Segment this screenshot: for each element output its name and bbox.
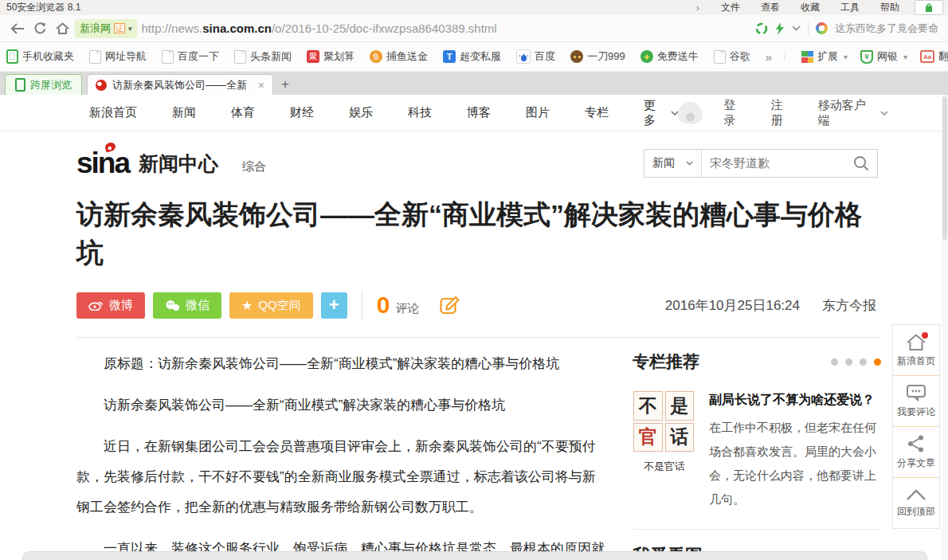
carousel-dot[interactable]	[845, 358, 852, 366]
refresh-button[interactable]	[29, 18, 51, 39]
publish-date: 2016年10月25日16:24	[665, 296, 800, 315]
vertical-scrollbar-thumb[interactable]	[942, 96, 947, 240]
carousel-dot-active[interactable]	[874, 358, 881, 366]
comment-icon	[905, 383, 927, 402]
sina-logo[interactable]: sina	[76, 150, 129, 177]
article-meta: 2016年10月25日16:24 东方今报	[665, 296, 876, 315]
mobile-client-link[interactable]: 移动客户端	[818, 98, 872, 128]
bookmarks-overflow-button[interactable]: »	[766, 50, 772, 64]
site-nav-item[interactable]: 图片	[526, 105, 550, 120]
horizontal-scrollbar[interactable]	[22, 551, 927, 560]
bookmark-item[interactable]: 聚划算	[307, 49, 355, 64]
section-title[interactable]: 新闻中心	[139, 151, 218, 177]
content-columns: 原标题：访新余秦风装饰公司——全新“商业模式”解决家装的糟心事与价格坑 访新余秦…	[76, 337, 881, 560]
carousel-dot[interactable]	[860, 358, 867, 366]
share-wechat-button[interactable]: 微信	[153, 292, 221, 319]
menu-item[interactable]: 查看	[750, 1, 790, 14]
search-category-select[interactable]: 新闻	[644, 150, 702, 177]
home-button[interactable]	[51, 18, 73, 39]
site-nav-item[interactable]: 科技	[408, 105, 432, 120]
rail-comment-button[interactable]: 我要评论	[893, 376, 939, 427]
search-engine-logo[interactable]	[816, 22, 828, 34]
sina-favicon	[96, 80, 107, 91]
site-badge-label: 新浪网	[80, 22, 111, 36]
speed-lightning-icon[interactable]	[775, 22, 785, 35]
register-link[interactable]: 注册	[770, 98, 792, 128]
browser-toolbar: ⋮ 扩展▾网银▾翻译▾截图▾游戏	[780, 49, 948, 64]
url-domain: sina.com.cn	[202, 22, 272, 35]
bookmark-item[interactable]: 手机收藏夹	[6, 49, 74, 64]
column-item-thumb[interactable]: 不 是 官 话 不是官话	[633, 390, 696, 511]
share-qzone-label: QQ空间	[258, 298, 300, 313]
site-nav-item[interactable]: 专栏	[585, 105, 609, 120]
url-path: /o/2016-10-25/doc-ifxwzpsa8640389.shtml	[272, 22, 497, 35]
search-icon	[853, 155, 869, 171]
bookmark-item[interactable]: 捕鱼送金	[370, 49, 428, 64]
new-tab-button[interactable]: +	[273, 74, 297, 95]
bookmark-item[interactable]: 超变私服	[443, 49, 501, 64]
share-weibo-button[interactable]: 微博	[76, 292, 145, 319]
tab-close-button[interactable]: ×	[258, 79, 264, 92]
rail-share-button[interactable]: 分享文章	[893, 427, 939, 478]
bookmark-item[interactable]: 头条新闻	[234, 49, 292, 64]
comments-label[interactable]: 评论	[395, 301, 419, 316]
bookmark-item[interactable]: 谷歌	[714, 49, 750, 64]
bookmark-item[interactable]: 免费送牛	[640, 49, 699, 64]
site-nav-item[interactable]: 新浪首页	[89, 105, 137, 120]
active-tab[interactable]: 访新余秦风装饰公司——全新 ×	[87, 74, 273, 95]
toolbar-grip-icon: ⋮	[780, 51, 790, 62]
site-nav-item[interactable]: 娱乐	[349, 105, 373, 120]
toolbar-item[interactable]: 翻译▾	[920, 49, 948, 64]
carousel-dots	[831, 358, 881, 366]
site-identity-badge[interactable]: 新浪网 证 ▾	[75, 19, 137, 38]
cert-badge: 证	[114, 23, 125, 33]
share-qzone-button[interactable]: ★ QQ空间	[229, 292, 313, 319]
search-input[interactable]: 宋冬野道歉	[702, 156, 845, 171]
bookmark-favicon	[370, 50, 382, 63]
menu-item[interactable]: 文件	[711, 1, 750, 14]
write-comment-button[interactable]	[440, 295, 460, 315]
search-suggestion[interactable]: 这东西吃多了竟会要命	[835, 22, 938, 36]
divider	[633, 529, 881, 530]
url-field[interactable]: http://news.sina.com.cn/o/2016-10-25/doc…	[142, 18, 752, 39]
bookmark-item[interactable]: 百度	[516, 49, 555, 64]
login-link[interactable]: 登录	[723, 98, 745, 128]
site-nav-more[interactable]: 更多	[644, 98, 678, 128]
search-button[interactable]	[845, 155, 877, 171]
toolbar-icon	[860, 50, 873, 64]
chevron-down-icon[interactable]	[880, 111, 887, 116]
subsection-label[interactable]: 综合	[242, 159, 266, 174]
column-item-title[interactable]: 副局长说了不算为啥还爱说？	[709, 390, 881, 409]
back-icon	[10, 23, 25, 34]
bookmark-item[interactable]: 百度一下	[162, 49, 219, 64]
column-item-excerpt: 在工作中不积极，但老宋在任何场合都喜欢发言。局里的大会小会，无论什么内容，他都要…	[709, 416, 881, 511]
menu-item[interactable]: 工具	[830, 1, 870, 14]
page-status-icon[interactable]	[755, 22, 768, 35]
carousel-dot[interactable]	[831, 358, 838, 366]
menu-expander-icon[interactable]: ›	[696, 2, 699, 14]
promo-bag-button[interactable]	[915, 0, 943, 15]
toolbar-item[interactable]: 扩展▾	[801, 49, 848, 64]
cross-screen-button[interactable]: 跨屏浏览	[5, 74, 82, 95]
chevron-down-icon[interactable]: ▾	[844, 53, 848, 61]
comments-count[interactable]: 0	[377, 292, 390, 319]
toolbar-item[interactable]: 网银▾	[860, 49, 907, 64]
rail-back-to-top-button[interactable]: 回到顶部	[893, 478, 939, 528]
bookmark-favicon	[307, 50, 319, 63]
vertical-scrollbar[interactable]	[942, 95, 948, 560]
menu-item[interactable]: 帮助	[870, 1, 910, 14]
site-nav-item[interactable]: 博客	[467, 105, 491, 120]
chevron-down-icon[interactable]: ▾	[903, 53, 907, 61]
menu-item[interactable]: 收藏	[790, 1, 830, 14]
rail-home-button[interactable]: 新浪首页	[893, 325, 939, 376]
back-button[interactable]	[6, 18, 29, 39]
bookmarks-list: 手机收藏夹网址导航百度一下头条新闻聚划算捕鱼送金超变私服百度一刀999免费送牛谷…	[6, 49, 766, 64]
site-nav-item[interactable]: 体育	[231, 105, 255, 120]
site-nav-item[interactable]: 财经	[290, 105, 314, 120]
site-nav-item[interactable]: 新闻	[172, 105, 196, 120]
chevron-down-icon[interactable]	[792, 25, 801, 31]
bookmark-item[interactable]: 一刀999	[570, 49, 625, 64]
share-more-button[interactable]: +	[321, 292, 347, 319]
bookmark-item[interactable]: 网址导航	[89, 49, 147, 64]
article-source[interactable]: 东方今报	[822, 296, 876, 315]
